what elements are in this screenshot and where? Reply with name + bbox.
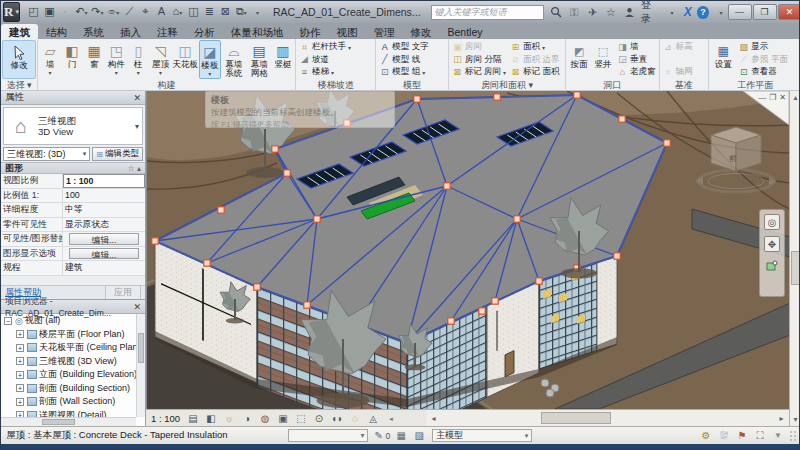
search-icon[interactable] xyxy=(549,5,562,19)
type-selector-dropdown-icon[interactable]: ▾ xyxy=(135,122,139,131)
collapse-icon[interactable]: − xyxy=(4,317,12,325)
tree-item-building-section[interactable]: + 剖面 (Building Section) xyxy=(4,382,136,396)
discipline-value[interactable]: 建筑 xyxy=(63,261,145,275)
shaft-button[interactable]: ⬚竖井 xyxy=(591,40,615,79)
tab-view[interactable]: 视图 xyxy=(329,24,366,39)
ref-plane-button[interactable]: ⟋参照 平面 xyxy=(738,54,787,66)
close-hidden-windows-icon[interactable]: ⊠ xyxy=(218,4,233,20)
close-button[interactable]: ✕ xyxy=(778,4,800,20)
tree-item-detail[interactable]: + 详图视图 (Detail) xyxy=(4,409,136,418)
view-scale-control[interactable]: 1 : 100 xyxy=(151,413,180,424)
stair-button[interactable]: ≡楼梯▾ xyxy=(299,66,351,78)
qat-customize-icon[interactable]: ▾ xyxy=(250,4,265,20)
curtain-system-button[interactable]: ⌓幕墙 系统 xyxy=(221,40,246,79)
browser-vertical-scrollbar[interactable] xyxy=(136,314,145,417)
open-icon[interactable]: ◰ xyxy=(26,4,41,20)
select-by-face-icon[interactable]: ⛶ xyxy=(753,429,767,442)
sun-path-icon[interactable]: ☼ xyxy=(222,412,236,425)
shadows-icon[interactable]: ◑ xyxy=(240,412,254,425)
tab-collaborate[interactable]: 协作 xyxy=(292,24,329,39)
scroll-right-icon[interactable]: ▸ xyxy=(775,412,788,425)
tab-architecture[interactable]: 建筑 xyxy=(1,24,38,39)
level-button[interactable]: ⊿标高 xyxy=(663,41,693,53)
zoom-icon[interactable] xyxy=(764,258,780,274)
tree-root-views[interactable]: − ◎ 视图 (all) xyxy=(4,314,136,328)
default-3d-view-icon[interactable]: ⌂▾ xyxy=(170,4,185,20)
application-menu-button[interactable]: R▾ xyxy=(3,2,20,22)
redo-icon[interactable]: ↷▾ xyxy=(90,4,105,20)
subscription-icon[interactable]: ⚿ xyxy=(567,5,580,19)
properties-close-icon[interactable]: ✕ xyxy=(133,93,141,103)
view-restore-icon[interactable]: ❐ xyxy=(769,93,776,102)
expand-icon[interactable]: + xyxy=(16,330,24,338)
expand-icon[interactable]: + xyxy=(16,371,24,379)
detail-level-value[interactable]: 中等 xyxy=(63,203,145,217)
roof-button[interactable]: ◹屋顶▾ xyxy=(149,40,171,79)
edit-type-button[interactable]: ⊞ 编辑类型 xyxy=(92,147,143,161)
opening-by-face-button[interactable]: ◩按面 xyxy=(567,40,591,79)
viewer-button[interactable]: ⊡查看器 xyxy=(738,66,787,78)
detail-level-icon[interactable]: ▤ xyxy=(186,412,200,425)
tab-manage[interactable]: 管理 xyxy=(366,24,403,39)
aligned-dimension-icon[interactable]: ⟋ xyxy=(122,4,137,20)
modify-button[interactable]: 修改 xyxy=(2,40,36,79)
grid-button[interactable]: ⌗轴网 xyxy=(663,66,693,78)
select-underlay-icon[interactable]: ⛆ xyxy=(717,429,731,442)
help-icon[interactable]: ? xyxy=(697,6,709,19)
design-options-icon[interactable]: ▨ xyxy=(412,429,426,442)
rendering-icon[interactable]: ◍ xyxy=(258,412,272,425)
tag-room-button[interactable]: ⊠标记 房间▾ xyxy=(452,66,506,78)
crop-view-icon[interactable]: ▣ xyxy=(276,412,290,425)
tree-item-3d-view[interactable]: + 三维视图 (3D View) xyxy=(4,355,136,369)
ramp-button[interactable]: ◢坡道 xyxy=(299,54,351,66)
dormer-button[interactable]: ⌂老虎窗 xyxy=(617,66,656,78)
curtain-grid-button[interactable]: ▤幕墙 网格 xyxy=(246,40,271,79)
communication-center-icon[interactable]: ✈ xyxy=(586,5,599,19)
canvas-horizontal-scrollbar[interactable]: ◂ ▸ xyxy=(426,409,789,426)
door-button[interactable]: ◧门 xyxy=(61,40,83,79)
set-workplane-button[interactable]: ▦设置 xyxy=(710,40,736,79)
analytical-model-icon[interactable]: ◬ xyxy=(366,412,380,425)
show-crop-icon[interactable]: ⬚ xyxy=(294,412,308,425)
hscroll-thumb[interactable] xyxy=(541,412,611,424)
favorites-star-icon[interactable]: ☆ xyxy=(604,5,617,19)
view-scale-value[interactable]: 1 : 100 xyxy=(63,174,145,188)
unlocked-view-icon[interactable]: ⊙ xyxy=(312,412,326,425)
window-button[interactable]: ▦窗 xyxy=(83,40,105,79)
tag-icon[interactable]: ⌖ xyxy=(138,4,153,20)
steering-wheel-icon[interactable]: ◎ xyxy=(764,214,780,230)
panel-label-room-area[interactable]: 房间和面积 ▾ xyxy=(449,79,565,91)
column-button[interactable]: ▯柱▾ xyxy=(127,40,149,79)
room-separator-button[interactable]: ◫房间 分隔 xyxy=(452,54,506,66)
help-dropdown-icon[interactable]: ▾ xyxy=(714,5,727,19)
vscroll-thumb[interactable] xyxy=(791,251,800,285)
restore-button[interactable]: ❐ xyxy=(753,4,777,20)
pan-icon[interactable]: ✥ xyxy=(764,236,780,252)
reveal-hidden-icon[interactable]: ◌ xyxy=(348,412,362,425)
railing-button[interactable]: ⌗栏杆扶手▾ xyxy=(299,41,351,53)
worksets-dropdown[interactable]: ▾ xyxy=(288,429,368,442)
resize-grip[interactable] xyxy=(789,430,797,442)
vg-edit-button[interactable]: 编辑... xyxy=(69,233,139,245)
area-button[interactable]: ⊞面积▾ xyxy=(510,41,562,53)
visual-style-icon[interactable]: ◧ xyxy=(204,412,218,425)
parts-visibility-value[interactable]: 显示原状态 xyxy=(63,218,145,232)
tab-bentley[interactable]: Bentley xyxy=(440,24,491,39)
view-selector-combo[interactable]: 三维视图: (3D)▾ xyxy=(3,147,90,161)
wall-button[interactable]: ▱墙▾ xyxy=(39,40,61,79)
filter-icon[interactable]: ▼ xyxy=(771,429,785,442)
project-browser-header[interactable]: 项目浏览器 - RAC_AD_01_Create_Dim... ✕ xyxy=(1,300,145,314)
temporary-hide-isolate-icon[interactable]: ◖◗ xyxy=(330,412,344,425)
expand-icon[interactable]: + xyxy=(16,384,24,392)
room-button[interactable]: ▣房间 xyxy=(452,41,506,53)
measure-icon[interactable]: ⌯▾ xyxy=(106,4,121,20)
view-close-icon[interactable]: ✕ xyxy=(779,93,786,102)
type-selector[interactable]: ⌂ 三维视图 3D View ▾ xyxy=(3,107,143,145)
model-group-button[interactable]: ⊡模型 组▾ xyxy=(379,66,428,78)
scroll-down-icon[interactable]: ▾ xyxy=(790,413,800,426)
mullion-button[interactable]: ▥竖梃 xyxy=(272,40,294,79)
view-minimize-icon[interactable]: — xyxy=(758,93,766,102)
expand-icon[interactable]: + xyxy=(16,344,24,352)
scroll-left-icon[interactable]: ◂ xyxy=(427,412,440,425)
model-line-button[interactable]: ╱模型 线 xyxy=(379,54,428,66)
